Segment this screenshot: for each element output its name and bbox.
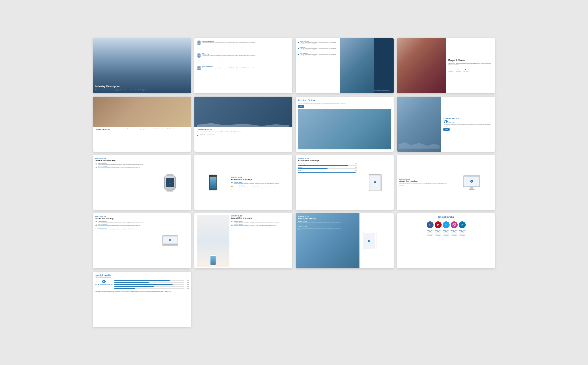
svg-point-1 bbox=[197, 43, 200, 45]
bar-row-17-4: 56% bbox=[114, 286, 189, 287]
slide-6: Creative Picture There are many variatio… bbox=[194, 97, 292, 152]
slide-4-desc: There are many variations of passages of… bbox=[448, 63, 493, 66]
bar-pct-17-2: 49% bbox=[185, 282, 189, 283]
slide-8-discount: 75 bbox=[443, 120, 448, 124]
tablet-hand-device: G bbox=[362, 232, 376, 250]
slide-15-ctitle-1: Content Title #01 bbox=[298, 220, 343, 222]
slide-1-desc: We are on mission to revolution the hosp… bbox=[95, 89, 189, 91]
slide-16-title: Social media bbox=[399, 216, 493, 218]
feat-desc-10-1: There are many variations of passages of… bbox=[234, 183, 279, 184]
svg-point-2 bbox=[198, 54, 200, 55]
bar-fill-11-2 bbox=[298, 168, 328, 169]
slide-10-feat-1: Features title #01 There are many variat… bbox=[231, 182, 290, 184]
warn-feat-icon-14-2 bbox=[231, 224, 233, 226]
avatar-3 bbox=[197, 66, 201, 70]
slide-13-device: G bbox=[151, 216, 189, 266]
insert-title-1: INSERT TITLE HERE bbox=[427, 230, 434, 232]
bar-bg-11-2 bbox=[298, 168, 357, 169]
desk-photo bbox=[93, 97, 191, 127]
music-feat-icon-13-3: ♪ bbox=[95, 227, 96, 229]
slide-17-logo-area: G SOCIAL MEDIA SPECIAL SLIDE bbox=[95, 280, 113, 285]
slide-7-more-btn[interactable]: more bbox=[298, 105, 304, 108]
slide-3-item-2: Marketing There are many variations of p… bbox=[298, 46, 337, 50]
feat-desc-14-2: There are many variations of lorem ipsum… bbox=[234, 225, 277, 227]
svg-point-8 bbox=[455, 224, 455, 225]
slide-12-content: MOCKUP SLIDE About this mockup There are… bbox=[399, 178, 449, 187]
slide-12: MOCKUP SLIDE About this mockup There are… bbox=[397, 155, 495, 210]
laptop-base bbox=[162, 245, 178, 246]
pinterest-circle: P bbox=[435, 221, 442, 228]
brush-stroke-8 bbox=[399, 142, 440, 149]
bar-row-17-3: 83% bbox=[114, 284, 189, 285]
social-label-col-1: INSERT TITLE HERE There are many variati… bbox=[427, 230, 434, 236]
slide-9: MOCKUP SLIDE About this mockup Features … bbox=[93, 155, 191, 210]
slide-13-feat-1: Features title #01 There are many variat… bbox=[95, 220, 150, 223]
slide-15-cdesc-2: There are many variations of passages of… bbox=[298, 228, 343, 230]
music-icon: ♪ bbox=[458, 69, 459, 71]
slide-4-title: Project Name bbox=[448, 59, 493, 62]
icon-item-1: ☁ Lorem Ipsum bbox=[448, 69, 454, 72]
slide-3: Mobile Developer There are many variatio… bbox=[296, 38, 394, 93]
bar-item-11-1: Mobile Developer 85% bbox=[298, 163, 357, 166]
slide-14: MOCKUP SLIDE About this mockup Features … bbox=[194, 213, 292, 268]
slide-14-content: MOCKUP SLIDE About this mockup Features … bbox=[231, 215, 290, 227]
bar-fill-17-1 bbox=[114, 280, 170, 281]
slide-17-desc: There are many translations of passages … bbox=[95, 291, 189, 292]
icon-lbl-6-1: Lorem Ipsum bbox=[199, 134, 205, 135]
svg-point-3 bbox=[197, 56, 200, 58]
slide-11: MOCKUP SLIDE About this mockup Mobile De… bbox=[296, 155, 394, 210]
social-label-col-5: INSERT TITLE HERE There are many variati… bbox=[459, 230, 466, 236]
slide-7-desc: There are many variations of lorem ipsum… bbox=[298, 103, 391, 104]
slide-5-title: Creative Picture bbox=[95, 128, 126, 130]
bar-bg-11-3 bbox=[298, 172, 357, 173]
building-photo bbox=[340, 38, 374, 93]
svg-point-0 bbox=[198, 41, 200, 43]
slide-17-top-row: G SOCIAL MEDIA SPECIAL SLIDE 79% 49% bbox=[95, 280, 189, 290]
star-icon: ✦ bbox=[465, 69, 466, 71]
slide-6-content: Creative Picture There are many variatio… bbox=[194, 127, 292, 138]
watch-band-bottom bbox=[167, 189, 173, 192]
insert-title-5: INSERT TITLE HERE bbox=[459, 230, 466, 232]
slide-8-off: % off bbox=[449, 121, 454, 124]
slide-10-title: About this mockup bbox=[231, 178, 290, 181]
slide-5-desc: There are many variations of passages of… bbox=[127, 128, 189, 130]
insert-desc-4: There are many variations of passages of… bbox=[451, 232, 458, 236]
woman-photo bbox=[397, 38, 446, 93]
slide-4-content: Project Name There are many variations o… bbox=[446, 38, 495, 93]
bar-fill-17-3 bbox=[114, 284, 172, 285]
star-feat-icon-10-1 bbox=[231, 182, 233, 184]
icon-lbl-6-2: Lorem Ipsum bbox=[208, 134, 214, 135]
slide-10-content: MOCKUP SLIDE About this mockup Features … bbox=[231, 176, 290, 189]
insert-desc-2: There are many variations of passages of… bbox=[435, 232, 442, 236]
slide-8-more-btn[interactable]: more bbox=[443, 128, 449, 131]
slide-12-title: About this mockup bbox=[399, 180, 449, 182]
icon-lbl-2: Lorem Ipsum bbox=[456, 71, 461, 72]
slide-16-sub: Type the subtitle of your great here bbox=[399, 218, 493, 220]
slide-9-content: MOCKUP SLIDE About this mockup Features … bbox=[95, 157, 150, 208]
slide-3-left: Mobile Developer There are many variatio… bbox=[296, 38, 340, 93]
bar-row-17-5: 30% bbox=[114, 288, 189, 289]
icon-lbl-3: Lorem Ipsum bbox=[463, 71, 468, 72]
slide-5-content: Creative Picture There are many variatio… bbox=[93, 127, 191, 132]
item-text-1: There are many variations of passages of… bbox=[300, 42, 338, 44]
bar-pct-17-4: 56% bbox=[185, 286, 189, 287]
avatar-1 bbox=[197, 40, 201, 45]
dot-icon-2 bbox=[298, 48, 299, 49]
cloud-icon: ☁ bbox=[450, 69, 452, 71]
slide-12-device: G bbox=[451, 175, 493, 190]
slide-1-title: Industry Description bbox=[95, 85, 189, 88]
slide-10: MOCKUP SLIDE About this mockup Features … bbox=[194, 155, 292, 210]
bar-pct-11-1: 85% bbox=[355, 163, 357, 165]
icon-item-2: ♪ Lorem Ipsum bbox=[456, 69, 461, 72]
icon-cloud-6: ☁ Lorem Ipsum bbox=[197, 134, 205, 136]
watch-screen: GBusiness bbox=[166, 178, 174, 187]
slide-13-feat-2: Features title #02 There are many variat… bbox=[95, 224, 150, 227]
brush-overlay bbox=[197, 122, 289, 128]
laptop-device: G bbox=[162, 235, 178, 246]
linkedin-circle: in bbox=[459, 221, 466, 228]
slide-4-icons: ☁ Lorem Ipsum ♪ Lorem Ipsum ✦ Lorem Ipsu… bbox=[448, 69, 493, 72]
slide-14-feat-1: Features title #01 There are many variat… bbox=[231, 220, 290, 223]
phone-screen-small bbox=[210, 256, 216, 265]
bar-pct-17-3: 83% bbox=[185, 284, 189, 285]
instagram-circle bbox=[451, 221, 458, 228]
